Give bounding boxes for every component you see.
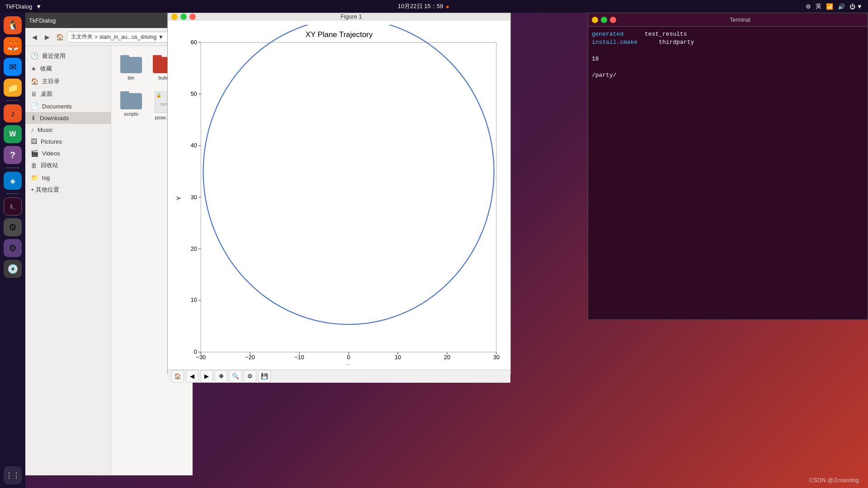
sidebar-pictures-label: Pictures [41, 138, 62, 145]
apps-symbol: ⋮⋮ [5, 471, 20, 480]
sidebar-documents-label: Documents [42, 103, 72, 110]
fm-sidebar: 🕐 最近使用 ★ 收藏 🏠 主目录 🖥 桌面 📄 Documents ⬇ D [25, 46, 111, 475]
taskbar-right: ⚙ 英 📶 🔊 ⏻ ▼ [806, 2, 863, 10]
dock-icon-thunderbird[interactable]: ✉ [4, 58, 22, 76]
toolbar-configure-btn[interactable]: ⚙ [244, 370, 256, 383]
terminal-window: Terminal generated test_results install.… [588, 13, 868, 320]
dock: 🐧 🦊 ✉ 📁 ♪ W ? ◈ $_ ⚙ ⚙ 💿 ⋮⋮ [0, 13, 25, 488]
volume-icon[interactable]: 🔊 [838, 3, 845, 10]
dock-icon-apps[interactable]: ⋮⋮ [4, 466, 22, 484]
dock-icon-terminal[interactable]: $_ [4, 197, 22, 216]
dock-icon-libreoffice[interactable]: W [4, 125, 22, 143]
svg-rect-14 [201, 42, 496, 352]
term-line-6: /party/ [592, 71, 864, 80]
sidebar-item-trash[interactable]: 🗑 回收站 [25, 159, 111, 172]
y-tick-10: 10 [191, 297, 197, 303]
star-icon: ★ [31, 65, 37, 72]
terminal-minimize-btn[interactable] [592, 17, 598, 23]
taskbar: TkFDialog ▼ 10月22日 15：59 ● ⚙ 英 📶 🔊 ⏻ ▼ [0, 0, 868, 13]
recent-icon: 🕐 [31, 52, 38, 60]
dock-icon-help[interactable]: ? [4, 146, 22, 164]
terminal-win-controls [592, 17, 616, 23]
sidebar-item-other[interactable]: + 其他位置 [25, 183, 111, 196]
terminal-close-btn[interactable] [610, 17, 616, 23]
toolbar-save-btn[interactable]: 💾 [258, 370, 271, 383]
figure-title-label: Figure 1 [196, 13, 507, 20]
nav-home-button[interactable]: 🏠 [54, 32, 65, 42]
sidebar-item-videos[interactable]: 🎬 Videos [25, 147, 111, 159]
sidebar-item-desktop[interactable]: 🖥 桌面 [25, 88, 111, 100]
dock-icon-gear[interactable]: ⚙ [4, 239, 22, 257]
gear-symbol: ⚙ [9, 243, 17, 253]
dock-icon-ubuntu[interactable]: 🐧 [4, 16, 22, 34]
file-item-bin[interactable]: bin [117, 52, 146, 84]
files-symbol: 📁 [7, 82, 19, 93]
txt-lock-icon: 🔒 [156, 93, 161, 98]
sidebar-item-pictures[interactable]: 🖼 Pictures [25, 136, 111, 147]
thunderbird-symbol: ✉ [9, 61, 17, 72]
x-axis-label: X [347, 363, 351, 365]
downloads-icon: ⬇ [31, 114, 36, 122]
dock-icon-rhythmbox[interactable]: ♪ [4, 104, 22, 122]
terminal-title-label: Terminal [616, 17, 864, 23]
power-icon[interactable]: ⏻ ▼ [849, 3, 863, 10]
toolbar-back-btn[interactable]: ◀ [186, 370, 198, 383]
sidebar-item-starred[interactable]: ★ 收藏 [25, 62, 111, 75]
figure-close-btn[interactable] [189, 14, 196, 20]
toolbar-home-btn[interactable]: 🏠 [171, 370, 184, 383]
pictures-icon: 🖼 [31, 138, 37, 145]
dock-icon-vscode[interactable]: ◈ [4, 172, 22, 190]
other-label: + 其他位置 [31, 186, 59, 194]
lang-indicator[interactable]: 英 [816, 2, 821, 10]
rhythmbox-symbol: ♪ [10, 108, 15, 119]
term-text-test-results: test_results [645, 31, 687, 38]
sidebar-item-downloads[interactable]: ⬇ Downloads [25, 112, 111, 124]
term-text-party: /party/ [592, 72, 617, 79]
sidebar-item-recent[interactable]: 🕐 最近使用 [25, 50, 111, 62]
dock-icon-files[interactable]: 📁 [4, 79, 22, 97]
app-name-label: TkFDialog [5, 3, 32, 10]
term-line-2: install.cmake thirdparty [592, 38, 864, 47]
settings-symbol: ⚙ [9, 222, 17, 233]
sidebar-recent-label: 最近使用 [42, 52, 66, 60]
x-tick-minus10: −10 [294, 354, 304, 361]
path-separator: > [94, 34, 98, 40]
file-item-scripts[interactable]: scripts [117, 88, 146, 124]
desktop-icon: 🖥 [31, 90, 37, 98]
y-axis-label: Y [175, 196, 182, 200]
toolbar-zoom-pan-btn[interactable]: ✥ [215, 370, 227, 383]
watermark: CSDN @Zcoasting [809, 477, 859, 483]
nav-forward-button[interactable]: ▶ [42, 32, 52, 42]
sidebar-music-label: Music [38, 127, 53, 133]
dock-icon-firefox[interactable]: 🦊 [4, 37, 22, 55]
settings-icon[interactable]: ⚙ [806, 3, 811, 10]
figure-content: XY Plane Trajectory [168, 20, 510, 370]
sidebar-item-log[interactable]: 📁 log [25, 172, 111, 183]
terminal-content[interactable]: generated test_results install.cmake thi… [588, 27, 868, 319]
terminal-maximize-btn[interactable] [601, 17, 607, 23]
network-icon: 📶 [826, 3, 833, 10]
nav-back-button[interactable]: ◀ [29, 32, 40, 42]
x-tick-0: 0 [347, 354, 350, 361]
sidebar-item-documents[interactable]: 📄 Documents [25, 100, 111, 112]
dock-icon-settings[interactable]: ⚙ [4, 218, 22, 236]
figure-minimize-btn[interactable] [171, 14, 178, 20]
sidebar-item-home[interactable]: 🏠 主目录 [25, 75, 111, 88]
sidebar-item-music[interactable]: ♪ Music [25, 124, 111, 136]
dock-icon-disk[interactable]: 💿 [4, 260, 22, 278]
sidebar-downloads-label: Downloads [40, 115, 69, 122]
figure-maximize-btn[interactable] [180, 14, 187, 20]
home-icon: 🏠 [31, 78, 38, 85]
x-tick-20: 20 [444, 354, 450, 361]
term-text-18: 18 [592, 56, 599, 62]
toolbar-forward-btn[interactable]: ▶ [200, 370, 213, 383]
toolbar-zoom-btn[interactable]: 🔍 [229, 370, 242, 383]
sidebar-home-label: 主目录 [42, 77, 60, 85]
videos-icon: 🎬 [31, 150, 38, 157]
x-tick-30: 30 [493, 354, 500, 361]
term-text-generated: generated [592, 31, 623, 38]
scripts-folder-icon [120, 91, 142, 109]
sidebar-videos-label: Videos [42, 150, 60, 157]
y-tick-40: 40 [191, 142, 197, 149]
y-tick-60: 60 [191, 39, 197, 46]
